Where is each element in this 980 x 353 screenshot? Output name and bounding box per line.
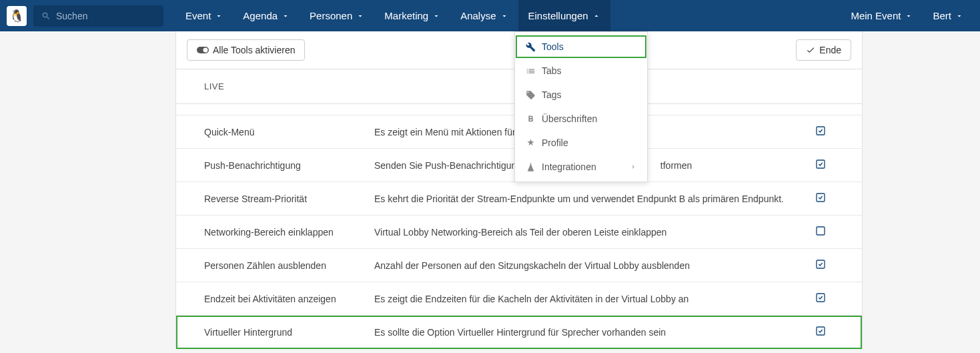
logo[interactable]: 🐧 — [7, 6, 27, 26]
nav-einstellungen[interactable]: Einstellungen — [518, 0, 610, 31]
dropdown-item-label: Überschriften — [542, 113, 597, 124]
setting-name: Virtueller Hintergrund — [204, 327, 374, 338]
setting-desc: Anzahl der Personen auf den Sitzungskach… — [374, 260, 807, 271]
setting-name: Endzeit bei Aktivitäten anzeigen — [204, 294, 374, 304]
table-row[interactable]: Personen Zählen ausblenden Anzahl der Pe… — [176, 249, 862, 282]
nav-analyse[interactable]: Analyse — [450, 0, 518, 31]
flask-icon — [526, 162, 542, 172]
svg-point-1 — [203, 48, 208, 53]
nav-marketing[interactable]: Marketing — [374, 0, 450, 31]
nav-agenda[interactable]: Agenda — [233, 0, 300, 31]
table-row[interactable]: Virtueller Hintergrund Es sollte die Opt… — [176, 316, 862, 349]
nav-event[interactable]: Event — [175, 0, 233, 31]
nav-right: Mein Event Bert — [841, 0, 973, 31]
dropdown-item-label: Integrationen — [542, 161, 596, 172]
setting-name: Networking-Bereich einklappen — [204, 227, 374, 238]
checkbox-unchecked[interactable] — [807, 226, 834, 238]
asterisk-icon — [526, 138, 542, 148]
nav-mein-event[interactable]: Mein Event — [841, 0, 923, 31]
navbar: 🐧 Event Agenda Personen Marketing Analys… — [0, 0, 980, 31]
dropdown-tags[interactable]: Tags — [515, 83, 647, 107]
dropdown-item-label: Tags — [542, 89, 562, 100]
setting-name: Push-Benachrichtigung — [204, 160, 374, 171]
dropdown-profile[interactable]: Profile — [515, 131, 647, 155]
search-box[interactable] — [33, 5, 163, 27]
setting-desc: Es zeigt die Endzeiten für die Kacheln d… — [374, 294, 807, 304]
checkbox-checked[interactable] — [807, 159, 834, 171]
svg-rect-4 — [817, 194, 825, 202]
chevron-down-icon — [215, 12, 223, 20]
dropdown-item-label: Tools — [542, 41, 564, 52]
dropdown-integrations[interactable]: Integrationen — [515, 155, 647, 179]
tag-icon — [526, 90, 542, 100]
settings-dropdown: Tools Tabs Tags Überschriften Profile In… — [514, 31, 648, 182]
svg-rect-8 — [817, 327, 825, 335]
setting-name: Quick-Menü — [204, 127, 374, 137]
svg-rect-7 — [817, 294, 825, 302]
setting-desc: Es kehrt die Priorität der Stream-Endpun… — [374, 194, 807, 204]
chevron-down-icon — [955, 12, 963, 20]
chevron-down-icon — [905, 12, 913, 20]
svg-rect-2 — [817, 127, 825, 135]
bold-icon — [526, 114, 542, 124]
activate-all-button[interactable]: Alle Tools aktivieren — [187, 39, 305, 61]
section-title: LIVE — [204, 81, 224, 91]
dropdown-item-label: Tabs — [542, 65, 562, 76]
end-button[interactable]: Ende — [796, 39, 851, 61]
search-icon — [41, 11, 51, 21]
setting-desc: Virtual Lobby Networking-Bereich als Tei… — [374, 227, 807, 238]
table-row[interactable]: Networking-Bereich einklappen Virtual Lo… — [176, 216, 862, 249]
table-row[interactable]: Reverse Stream-Priorität Es kehrt die Pr… — [176, 182, 862, 216]
toggle-icon — [197, 46, 209, 54]
nav-personen[interactable]: Personen — [300, 0, 374, 31]
dropdown-tools[interactable]: Tools — [515, 35, 647, 59]
dropdown-item-label: Profile — [542, 137, 568, 148]
setting-name: Personen Zählen ausblenden — [204, 260, 374, 271]
svg-rect-6 — [817, 260, 825, 268]
nav-user[interactable]: Bert — [923, 0, 973, 31]
dropdown-tabs[interactable]: Tabs — [515, 59, 647, 83]
check-icon — [806, 45, 815, 55]
svg-rect-5 — [817, 227, 825, 235]
chevron-down-icon — [432, 12, 440, 20]
checkbox-checked[interactable] — [807, 192, 834, 205]
chevron-up-icon — [592, 12, 600, 20]
chevron-down-icon — [282, 12, 290, 20]
table-row[interactable]: Endzeit bei Aktivitäten anzeigen Es zeig… — [176, 282, 862, 316]
button-label: Ende — [819, 45, 841, 55]
checkbox-checked[interactable] — [807, 292, 834, 305]
search-input[interactable] — [56, 11, 149, 21]
list-icon — [526, 66, 542, 76]
setting-desc: Es sollte die Option Virtueller Hintergr… — [374, 327, 807, 338]
dropdown-headings[interactable]: Überschriften — [515, 107, 647, 131]
wrench-icon — [526, 42, 542, 52]
chevron-down-icon — [356, 12, 364, 20]
chevron-down-icon — [500, 12, 508, 20]
button-label: Alle Tools aktivieren — [213, 45, 295, 55]
chevron-right-icon — [630, 161, 636, 172]
checkbox-checked[interactable] — [807, 259, 834, 272]
checkbox-checked[interactable] — [807, 326, 834, 338]
nav-items: Event Agenda Personen Marketing Analyse … — [175, 0, 610, 31]
checkbox-checked[interactable] — [807, 125, 834, 138]
setting-name: Reverse Stream-Priorität — [204, 194, 374, 204]
svg-rect-3 — [817, 160, 825, 168]
